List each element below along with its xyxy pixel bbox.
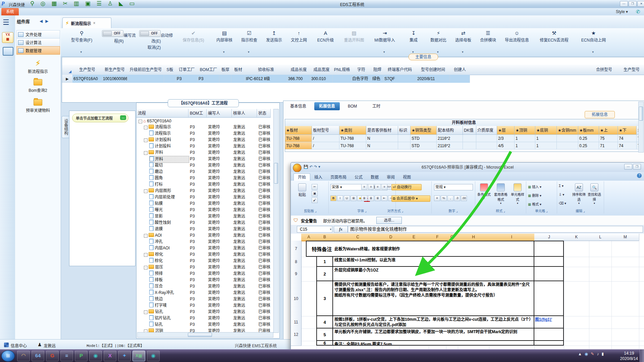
sidebar-item-1[interactable]: 文件处理 [16,30,60,39]
tray-volume-icon[interactable]: ♪ [597,352,599,356]
tree-row[interactable]: 压合P3吴艳玲龙敦远已审核 [137,283,273,290]
excel-quick-access[interactable]: 💾↶↷▾ [304,165,322,169]
chart-icon[interactable]: ◣ [119,0,123,7]
ribbon-button-12[interactable]: ↧集成 [402,30,425,43]
excel-column-header-K[interactable]: K [564,234,589,241]
number-buttons[interactable]: ¤%,.0.00 [434,195,467,201]
excel-tab-7[interactable]: 视图 [399,174,415,181]
tree-horizontal-scrollbar[interactable] [137,332,273,338]
workstation-icon[interactable] [3,47,13,56]
ribbon-button-13[interactable]: ⚡数据对比 [427,30,450,43]
tree-row[interactable]: - 开料P3吴艳玲龙敦远已审核 [137,149,273,156]
scissors-icon[interactable]: ✂ [63,0,67,7]
style-button-3[interactable]: 单元格样式▾ [510,183,525,205]
ribbon-button-11[interactable]: ⇥MI数据导入 [369,30,400,43]
tray-pen-icon[interactable]: ✎ [591,352,594,356]
dropdown-arrow-icon[interactable]: ▾ [383,50,385,54]
material-column-5[interactable]: 标识 [398,126,411,135]
tree-row[interactable]: - 内层图形P3吴艳玲龙敦远已审核 [137,188,273,194]
printer-green-app[interactable]: P [75,351,88,361]
material-column-9[interactable]: 介质厚度 [476,126,497,135]
tree-row[interactable]: 裁切P3吴艳玲龙敦远已审核 [137,162,273,169]
x-purple-app[interactable]: X [104,351,116,361]
grid-corner[interactable] [62,65,73,75]
material-column-6[interactable]: ★铜箔类型 [411,126,437,135]
ribbon-button-1[interactable]: ⚲型号查询(F) [64,30,99,43]
tab-device-structure[interactable]: 设备结构 [62,116,69,138]
excel-column-header-F[interactable]: F [429,234,446,241]
excel-column-header-L[interactable]: L [589,234,612,241]
tree-row[interactable]: - 层压P3吴艳玲龙敦远已审核 [137,264,273,270]
column-header-1[interactable]: 生产型号 [72,65,102,75]
dropdown-arrow-icon[interactable]: ▾ [412,50,414,54]
column-header-13[interactable]: 字符 [351,65,372,75]
excel-app[interactable]: X▦ [132,351,145,361]
tree-column-3[interactable]: 编写人 [207,109,232,118]
excel-tab-6[interactable]: 审阅 [383,174,399,181]
system-tab[interactable]: 系统 [1,8,19,15]
tree-row[interactable]: 铣边P3吴艳玲龙敦远已审核 [137,296,273,302]
cell-button-2[interactable]: ▦ 删除 ▾ [528,193,555,198]
close-button[interactable]: ✕ [637,1,644,7]
tab-close-icon[interactable]: × [93,21,96,25]
excel-column-header-I[interactable]: I [489,234,535,241]
floppy-64-app[interactable]: 64 [32,351,44,361]
dropdown-arrow-icon[interactable]: ▾ [80,50,82,54]
ribbon-button-2[interactable]: OFF编写流程(R) [101,30,137,44]
column-header-6[interactable]: BOM工厂 [198,65,220,75]
dropdown-arrow-icon[interactable]: ▾ [592,50,594,54]
tree-row[interactable]: - 棕化P3吴艳玲龙敦远已审核 [137,251,273,258]
tree-row[interactable]: 打标P3吴艳玲龙敦远已审核 [137,181,273,188]
paste-button[interactable]: 粘贴 [295,183,310,197]
tree-row[interactable]: 预排P3吴艳玲龙敦远已审核 [137,270,273,277]
ribbon-button-8[interactable]: ↑文控上网 [287,30,310,43]
panel-nav-arrows[interactable]: ◀▶ [40,19,51,23]
material-column-4[interactable]: 是否客供板材 [366,126,398,135]
tree-row[interactable]: - 钻孔P3吴艳玲龙敦远已审核 [137,309,273,315]
tree-row[interactable]: 退膜P3吴艳玲龙敦远已审核 [137,226,273,232]
style-button-1[interactable]: 条件格式▾ [476,183,492,200]
tree-row[interactable]: 显影P3吴艳玲龙敦远已审核 [137,213,273,220]
material-column-12[interactable]: ★底铜 [535,126,557,135]
camera-teal-app[interactable]: ◉ [89,351,102,361]
ribbon-button-9[interactable]: AECN升级 [312,30,339,43]
tree-row[interactable]: 曝光P3吴艳玲龙敦远已审核 [137,207,273,213]
maximize-button[interactable]: ❐ [629,1,637,7]
excel-row-header-9[interactable]: 9 [291,267,302,282]
grid-icon[interactable]: ▦ [51,0,57,7]
tree-row[interactable]: - 计划投料P3吴艳玲龙敦远已审核 [137,137,273,143]
detail-tab-3[interactable]: BOM [343,102,362,110]
office-button[interactable] [293,164,302,172]
merge-center-button[interactable]: ⧉ 合并后居中 ▾ [391,195,430,202]
column-header-5[interactable]: 订单工厂 [176,65,198,75]
material-column-10[interactable]: ★层 [497,126,515,135]
tree-column-2[interactable]: BOM工厂 [189,109,207,118]
right-column-header-1[interactable]: 合拼型号 [589,65,619,75]
tray-network-icon[interactable]: ▮ [601,352,604,356]
excel-row-header-partial[interactable] [291,341,302,346]
film-icon[interactable]: ▥ [74,0,79,7]
material-column-11[interactable]: ★顶铜 [515,126,535,135]
info-center-icon[interactable] [4,343,9,347]
excel-tab-1[interactable]: 开始 [293,173,310,181]
excel-row-header-11[interactable]: 11 [291,316,302,329]
tree-row[interactable]: 圆角P3吴艳玲龙敦远已审核 [137,175,273,181]
excel-titlebar[interactable]: 6S7QF016A0-预审指示 [兼容模式] - Microsoft Excel [291,163,644,172]
excel-column-header-A[interactable]: A [301,234,317,241]
menu-icon[interactable]: ☰ [97,0,102,7]
info-center-label[interactable]: 信息中心 [11,343,27,348]
excel-column-header-C[interactable]: C [333,234,383,241]
excel-column-header-D[interactable]: D [382,234,399,241]
tree-row[interactable]: 棕化P3吴艳玲龙敦远已审核 [137,258,273,264]
cell-button-3[interactable]: ▦ 格式 ▾ [528,201,555,206]
column-header-9[interactable]: 验收标准 [245,65,287,75]
ribbon-button-3[interactable]: OFF启动修改(E) [139,30,174,44]
tree-column-5[interactable]: 状态 [257,109,271,118]
ribbon-button-6[interactable]: ☑指示检查 [238,30,261,43]
ribbon-button-14[interactable]: ⇄选择母板 [452,30,475,43]
column-header-16[interactable]: 型号创建时间 [416,65,450,75]
tree-row[interactable]: 贴膜P3吴艳玲龙敦远已审核 [137,200,273,207]
hamburger-icon[interactable]: ☰ [3,18,9,27]
align-top-buttons[interactable]: ≡≡≡≡ [361,184,387,190]
tree-row[interactable]: 打字唛P3吴艳玲龙敦远已审核 [137,302,273,309]
